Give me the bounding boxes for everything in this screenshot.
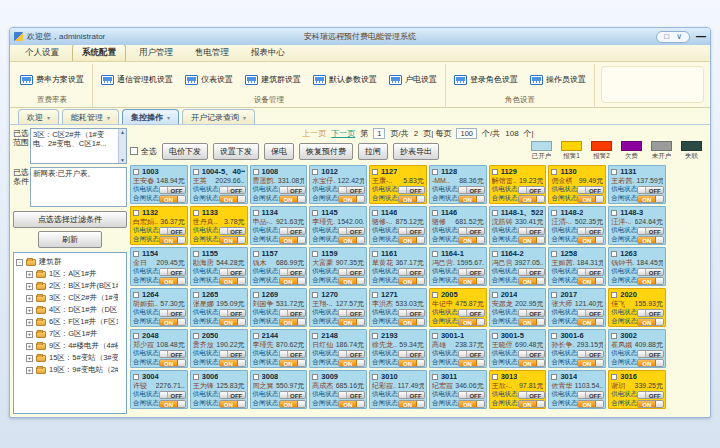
power-toggle-off[interactable]: OFF (279, 227, 306, 235)
card-checkbox[interactable] (312, 251, 318, 257)
card-checkbox[interactable] (492, 374, 498, 380)
card-checkbox[interactable] (432, 292, 438, 298)
card-checkbox[interactable] (133, 333, 139, 339)
switch-toggle-on[interactable]: ON (219, 359, 246, 367)
power-toggle-off[interactable]: OFF (637, 309, 664, 317)
power-toggle-off[interactable]: OFF (637, 227, 664, 235)
restore-icon[interactable]: □ (664, 33, 669, 41)
card-checkbox[interactable] (133, 210, 139, 216)
power-toggle-off[interactable]: OFF (279, 350, 306, 358)
range-scrollbar[interactable]: ▲ ▼ (118, 129, 126, 163)
card-checkbox[interactable] (551, 333, 557, 339)
card-checkbox[interactable] (492, 210, 498, 216)
power-toggle-off[interactable]: OFF (458, 268, 485, 276)
power-toggle-off[interactable]: OFF (518, 186, 545, 194)
select-all-checkbox[interactable] (130, 147, 138, 155)
switch-toggle-on[interactable]: ON (637, 277, 664, 285)
ribbon-button[interactable]: 操作员设置 (528, 72, 588, 87)
switch-toggle-on[interactable]: ON (338, 277, 365, 285)
card-checkbox[interactable] (193, 210, 199, 216)
card-checkbox[interactable] (133, 251, 139, 257)
chevron-down-icon[interactable]: ∨ (676, 33, 682, 41)
switch-toggle-on[interactable]: ON (458, 400, 485, 408)
tree-root[interactable]: -建筑群 (16, 257, 118, 267)
card-checkbox[interactable] (611, 374, 617, 380)
switch-toggle-on[interactable]: ON (518, 318, 545, 326)
switch-toggle-on[interactable]: ON (398, 359, 425, 367)
toolbar-button-3[interactable]: 恢复预付费 (299, 143, 353, 160)
expand-icon[interactable]: + (26, 319, 33, 326)
toolbar-button-2[interactable]: 保电 (264, 143, 294, 160)
switch-toggle-on[interactable]: ON (219, 195, 246, 203)
power-toggle-off[interactable]: OFF (637, 186, 664, 194)
card-checkbox[interactable] (253, 210, 259, 216)
card-checkbox[interactable] (492, 333, 498, 339)
tree-item-0[interactable]: +1区：A区1#井 (16, 269, 118, 279)
switch-toggle-on[interactable]: ON (637, 400, 664, 408)
power-toggle-off[interactable]: OFF (159, 309, 186, 317)
power-toggle-off[interactable]: OFF (577, 227, 604, 235)
switch-toggle-on[interactable]: ON (577, 359, 604, 367)
menu-item-3[interactable]: 售电管理 (186, 45, 238, 61)
switch-toggle-on[interactable]: ON (518, 277, 545, 285)
card-checkbox[interactable] (611, 333, 617, 339)
switch-toggle-on[interactable]: ON (279, 359, 306, 367)
card-checkbox[interactable] (611, 210, 617, 216)
switch-toggle-on[interactable]: ON (279, 318, 306, 326)
card-checkbox[interactable] (253, 292, 259, 298)
power-toggle-off[interactable]: OFF (458, 391, 485, 399)
menu-item-2[interactable]: 用户管理 (130, 45, 182, 61)
switch-toggle-on[interactable]: ON (518, 359, 545, 367)
card-checkbox[interactable] (253, 251, 259, 257)
switch-toggle-on[interactable]: ON (637, 318, 664, 326)
switch-toggle-on[interactable]: ON (518, 236, 545, 244)
card-checkbox[interactable] (492, 251, 498, 257)
switch-toggle-on[interactable]: ON (279, 236, 306, 244)
refresh-button[interactable]: 刷新 (38, 231, 102, 248)
switch-toggle-on[interactable]: ON (159, 236, 186, 244)
ribbon-button[interactable]: 费率方案设置 (18, 72, 86, 87)
switch-toggle-on[interactable]: ON (398, 318, 425, 326)
switch-toggle-on[interactable]: ON (458, 318, 485, 326)
switch-toggle-on[interactable]: ON (159, 277, 186, 285)
power-toggle-off[interactable]: OFF (458, 186, 485, 194)
switch-toggle-on[interactable]: ON (637, 236, 664, 244)
power-toggle-off[interactable]: OFF (398, 186, 425, 194)
tree-item-1[interactable]: +2区：B区1#井(B区1#... (16, 281, 118, 291)
switch-toggle-on[interactable]: ON (518, 195, 545, 203)
power-toggle-off[interactable]: OFF (219, 186, 246, 194)
power-toggle-off[interactable]: OFF (458, 227, 485, 235)
switch-toggle-on[interactable]: ON (577, 277, 604, 285)
card-checkbox[interactable] (611, 251, 617, 257)
power-toggle-off[interactable]: OFF (219, 227, 246, 235)
power-toggle-off[interactable]: OFF (518, 350, 545, 358)
tree-item-8[interactable]: +19区：9#变电站（2#... (16, 365, 118, 375)
scroll-up-icon[interactable]: ▲ (120, 129, 125, 135)
switch-toggle-on[interactable]: ON (159, 359, 186, 367)
tree-item-7[interactable]: +15区：5#变站（3#变... (16, 353, 118, 363)
next-page-link[interactable]: 下一页 (331, 128, 355, 139)
ribbon-button[interactable]: 户电设置 (387, 72, 439, 87)
power-toggle-off[interactable]: OFF (279, 268, 306, 276)
power-toggle-off[interactable]: OFF (279, 391, 306, 399)
switch-toggle-on[interactable]: ON (219, 236, 246, 244)
card-checkbox[interactable] (312, 333, 318, 339)
collapse-icon[interactable]: - (16, 259, 23, 266)
scroll-down-icon[interactable]: ▼ (120, 157, 125, 163)
switch-toggle-on[interactable]: ON (398, 277, 425, 285)
switch-toggle-on[interactable]: ON (577, 195, 604, 203)
switch-toggle-on[interactable]: ON (159, 318, 186, 326)
switch-toggle-on[interactable]: ON (458, 277, 485, 285)
power-toggle-off[interactable]: OFF (518, 227, 545, 235)
card-checkbox[interactable] (193, 292, 199, 298)
expand-icon[interactable]: + (26, 343, 33, 350)
power-toggle-off[interactable]: OFF (398, 227, 425, 235)
switch-toggle-on[interactable]: ON (338, 359, 365, 367)
switch-toggle-on[interactable]: ON (279, 195, 306, 203)
power-toggle-off[interactable]: OFF (279, 309, 306, 317)
power-toggle-off[interactable]: OFF (159, 350, 186, 358)
power-toggle-off[interactable]: OFF (577, 391, 604, 399)
tab-2[interactable]: 集控操作▾ (122, 109, 179, 124)
switch-toggle-on[interactable]: ON (338, 195, 365, 203)
power-toggle-off[interactable]: OFF (338, 186, 365, 194)
